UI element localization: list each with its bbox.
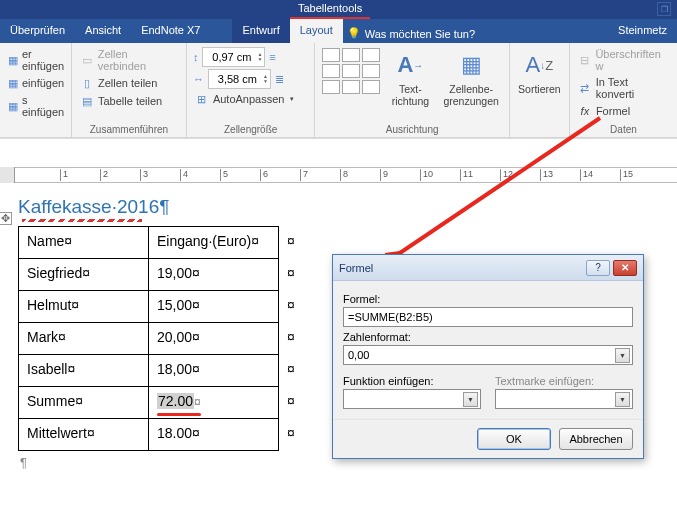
align-mr[interactable] — [362, 64, 380, 78]
merge-cells-button[interactable]: ▭Zellen verbinden — [78, 47, 180, 73]
split-table-button[interactable]: ▤Tabelle teilen — [78, 93, 180, 109]
align-mc[interactable] — [342, 64, 360, 78]
distribute-rows-icon[interactable]: ≡ — [269, 51, 275, 63]
spinner-icon[interactable]: ▲▼ — [263, 74, 268, 84]
sort-icon: A↓Z — [526, 49, 554, 81]
table-row: Helmut¤15,00¤¤ — [19, 291, 304, 323]
align-bc[interactable] — [342, 80, 360, 94]
cell[interactable]: Eingang·(Euro)¤ — [149, 227, 279, 259]
spinner-icon[interactable]: ▲▼ — [257, 52, 262, 62]
formula-dialog: Formel ? ✕ Formel: Zahlenformat: 0,00▼ F… — [332, 254, 644, 459]
close-button[interactable]: ✕ — [613, 260, 637, 276]
text-direction-icon: A→ — [397, 49, 423, 81]
split-cells-button[interactable]: ▯Zellen teilen — [78, 75, 180, 91]
tab-review[interactable]: Überprüfen — [0, 19, 75, 43]
fx-icon: fx — [578, 104, 592, 118]
cell-margins-icon: ▦ — [461, 49, 482, 81]
dialog-title: Formel — [339, 262, 373, 274]
lbl: Tabelle teilen — [98, 95, 162, 107]
merge-icon: ▭ — [80, 53, 94, 67]
ribbon-tabs: Überprüfen Ansicht EndNote X7 Entwurf La… — [0, 19, 677, 43]
sum-cell[interactable]: 72.00¤ — [149, 387, 279, 419]
insert-button-frag-1[interactable]: ▦er einfügen — [6, 47, 65, 73]
repeat-header-button[interactable]: ⊟Überschriften w — [576, 47, 671, 73]
dialog-titlebar[interactable]: Formel ? ✕ — [333, 255, 643, 281]
distribute-cols-icon[interactable]: ≣ — [275, 73, 284, 86]
row-height-icon: ↕ — [193, 51, 199, 63]
formula-button[interactable]: fxFormel — [576, 103, 671, 119]
tab-endnote[interactable]: EndNote X7 — [131, 19, 210, 43]
tab-extra[interactable]: Steinmetz — [608, 19, 677, 43]
lbl: Sortieren — [518, 83, 561, 95]
help-button[interactable]: ? — [586, 260, 610, 276]
table-row: Isabell¤18,00¤¤ — [19, 355, 304, 387]
col-width-input[interactable]: 3,58 cm▲▼ — [208, 69, 271, 89]
lbl: Überschriften w — [595, 48, 669, 72]
insert-button-frag-2[interactable]: ▦einfügen — [6, 75, 65, 91]
table-row: Siegfried¤19,00¤¤ — [19, 259, 304, 291]
heading-text: Kaffekasse·2016¶ — [18, 196, 169, 217]
label-formula: Formel: — [343, 293, 633, 305]
table-row: Mark¤20,00¤¤ — [19, 323, 304, 355]
group-label-merge: Zusammenführen — [78, 122, 180, 135]
split-table-icon: ▤ — [80, 94, 94, 108]
dropdown-icon[interactable]: ▼ — [615, 348, 630, 363]
alignment-grid[interactable] — [321, 47, 381, 109]
insert-bookmark-combo[interactable]: ▼ — [495, 389, 633, 409]
context-tab-title: Tabellentools — [280, 0, 380, 19]
align-tr[interactable] — [362, 48, 380, 62]
window-restore-button[interactable]: ❐ — [657, 2, 671, 16]
title-bar: Tabellentools ❐ — [0, 0, 677, 19]
align-tc[interactable] — [342, 48, 360, 62]
formula-input[interactable] — [343, 307, 633, 327]
text-direction-button[interactable]: A→ Text- richtung — [387, 47, 433, 109]
ok-button[interactable]: OK — [477, 428, 551, 450]
convert-to-text-button[interactable]: ⇄In Text konverti — [576, 75, 671, 101]
spellcheck-squiggle — [22, 219, 142, 222]
row-height-input[interactable]: 0,97 cm▲▼ — [202, 47, 265, 67]
autofit-icon: ⊞ — [195, 92, 209, 106]
insert-row-above-icon: ▦ — [8, 53, 18, 67]
cancel-button[interactable]: Abbrechen — [559, 428, 633, 450]
ruler[interactable]: 1 2 3 4 5 6 7 8 9 10 11 12 13 14 15 — [0, 138, 677, 186]
align-bl[interactable] — [322, 80, 340, 94]
cell-margins-button[interactable]: ▦ Zellenbe- grenzungen — [439, 47, 502, 109]
heading[interactable]: Kaffekasse·2016¶ — [18, 196, 659, 220]
table-move-handle[interactable]: ✥ — [0, 212, 12, 225]
dropdown-icon[interactable]: ▼ — [615, 392, 630, 407]
lightbulb-icon: 💡 — [347, 27, 361, 40]
lbl: Zellen teilen — [98, 77, 157, 89]
align-br[interactable] — [362, 80, 380, 94]
align-ml[interactable] — [322, 64, 340, 78]
insert-function-combo[interactable]: ▼ — [343, 389, 481, 409]
number-format-combo[interactable]: 0,00▼ — [343, 345, 633, 365]
tell-me[interactable]: 💡 Was möchten Sie tun? — [343, 19, 485, 43]
annotation-underline — [157, 413, 201, 416]
sort-button[interactable]: A↓Z Sortieren — [516, 47, 563, 97]
label-numfmt: Zahlenformat: — [343, 331, 633, 343]
cell-mark[interactable]: ¤ — [279, 227, 304, 259]
group-label-data: Daten — [576, 122, 671, 135]
tell-me-label: Was möchten Sie tun? — [365, 28, 475, 40]
val: 0,97 cm — [205, 51, 253, 63]
dropdown-icon[interactable]: ▼ — [463, 392, 478, 407]
lbl: Formel — [596, 105, 630, 117]
lbl: Zellen verbinden — [98, 48, 178, 72]
lbl: AutoAnpassen — [213, 93, 285, 105]
split-cells-icon: ▯ — [80, 76, 94, 90]
insert-row-below-icon: ▦ — [8, 76, 18, 90]
autofit-button[interactable]: ⊞AutoAnpassen▾ — [193, 91, 309, 107]
tab-design[interactable]: Entwurf — [232, 19, 289, 43]
insert-button-frag-3[interactable]: ▦s einfügen — [6, 93, 65, 119]
cell[interactable]: Name¤ — [19, 227, 149, 259]
insert-col-right-icon: ▦ — [8, 99, 18, 113]
repeat-header-icon: ⊟ — [578, 53, 591, 67]
tab-view[interactable]: Ansicht — [75, 19, 131, 43]
data-table[interactable]: Name¤ Eingang·(Euro)¤ ¤ Siegfried¤19,00¤… — [18, 226, 304, 451]
selected-field[interactable]: 72.00 — [157, 393, 194, 409]
table-row: Summe¤ 72.00¤ ¤ — [19, 387, 304, 419]
convert-text-icon: ⇄ — [578, 81, 592, 95]
ribbon: ▦er einfügen ▦einfügen ▦s einfügen ▭Zell… — [0, 43, 677, 138]
align-tl[interactable] — [322, 48, 340, 62]
tab-layout[interactable]: Layout — [290, 19, 343, 43]
